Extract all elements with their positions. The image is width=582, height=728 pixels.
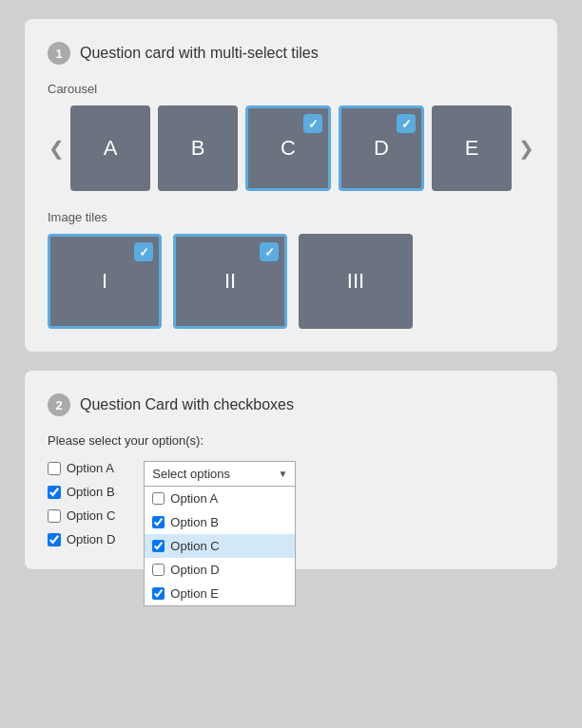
step-badge-2: 2 bbox=[48, 393, 70, 416]
dropdown-option-label: Option E bbox=[170, 586, 219, 601]
dropdown-option-label: Option D bbox=[170, 563, 219, 577]
carousel-tile-b[interactable]: B bbox=[158, 105, 238, 191]
checkbox-prompt: Please select your option(s): bbox=[48, 433, 534, 448]
carousel-tile-d[interactable]: D bbox=[339, 105, 424, 191]
checkbox-list: Option AOption BOption COption D bbox=[48, 461, 115, 546]
dropdown-checkbox[interactable] bbox=[152, 516, 165, 528]
checkbox-item: Option A bbox=[48, 461, 115, 475]
carousel-tile-a[interactable]: A bbox=[70, 105, 150, 191]
carousel-tile-c[interactable]: C bbox=[245, 105, 331, 191]
dropdown-option[interactable]: Option E bbox=[145, 582, 295, 605]
checkbox-label: Option D bbox=[67, 532, 115, 546]
carousel-next-arrow[interactable]: ❯ bbox=[517, 137, 534, 160]
checkbox-item: Option B bbox=[48, 485, 115, 499]
check-badge-icon bbox=[303, 114, 322, 133]
image-tiles-label: Image tiles bbox=[48, 210, 534, 224]
dropdown-checkbox[interactable] bbox=[152, 540, 165, 552]
step-badge-1: 1 bbox=[48, 42, 70, 65]
check-badge-icon bbox=[260, 242, 279, 261]
dropdown-placeholder: Select options bbox=[152, 467, 230, 481]
checkbox-input[interactable] bbox=[48, 509, 61, 523]
card-2: 2 Question Card with checkboxes Please s… bbox=[25, 371, 557, 569]
carousel-items: ABCDE bbox=[70, 105, 512, 191]
checkbox-item: Option D bbox=[48, 532, 115, 546]
card-1-header: 1 Question card with multi-select tiles bbox=[48, 42, 534, 65]
dropdown-checkbox[interactable] bbox=[152, 564, 165, 576]
checkbox-label: Option B bbox=[67, 485, 115, 499]
dropdown-arrow-icon: ▼ bbox=[278, 469, 287, 479]
carousel-tile-e[interactable]: E bbox=[432, 105, 512, 191]
dropdown-option-label: Option B bbox=[170, 515, 219, 529]
dropdown-option-label: Option A bbox=[170, 491, 218, 506]
image-tile-ii[interactable]: II bbox=[173, 234, 287, 329]
carousel-label: Carousel bbox=[48, 82, 534, 96]
checkbox-item: Option C bbox=[48, 508, 115, 523]
checkbox-input[interactable] bbox=[48, 462, 61, 475]
dropdown-checkbox[interactable] bbox=[152, 587, 165, 600]
card-2-header: 2 Question Card with checkboxes bbox=[48, 393, 534, 416]
card-1-title: Question card with multi-select tiles bbox=[80, 45, 319, 62]
checkbox-input[interactable] bbox=[48, 486, 61, 499]
dropdown-option[interactable]: Option B bbox=[145, 510, 295, 534]
dropdown-select-bar[interactable]: Select options ▼ bbox=[144, 461, 296, 487]
dropdown-option[interactable]: Option C bbox=[145, 534, 295, 558]
checkboxes-row: Option AOption BOption COption D Select … bbox=[48, 461, 534, 546]
carousel-prev-arrow[interactable]: ❮ bbox=[48, 137, 65, 160]
dropdown-checkbox[interactable] bbox=[152, 492, 165, 505]
image-tiles: IIIIII bbox=[48, 234, 534, 329]
card-2-title: Question Card with checkboxes bbox=[80, 396, 294, 413]
card-1: 1 Question card with multi-select tiles … bbox=[25, 19, 557, 352]
check-badge-icon bbox=[134, 242, 153, 261]
dropdown-option[interactable]: Option A bbox=[145, 487, 295, 510]
image-tile-i[interactable]: I bbox=[48, 234, 162, 329]
dropdown-option-label: Option C bbox=[170, 539, 219, 553]
check-badge-icon bbox=[397, 114, 416, 133]
dropdown-option[interactable]: Option D bbox=[145, 558, 295, 582]
checkbox-label: Option A bbox=[67, 461, 114, 475]
checkbox-input[interactable] bbox=[48, 533, 61, 546]
carousel-wrapper: ❮ ABCDE ❯ bbox=[48, 105, 534, 191]
dropdown-menu: Option AOption BOption COption DOption E bbox=[144, 487, 296, 606]
image-tile-iii[interactable]: III bbox=[299, 234, 413, 329]
checkbox-label: Option C bbox=[67, 508, 115, 523]
dropdown-container: Select options ▼ Option AOption BOption … bbox=[144, 461, 296, 487]
